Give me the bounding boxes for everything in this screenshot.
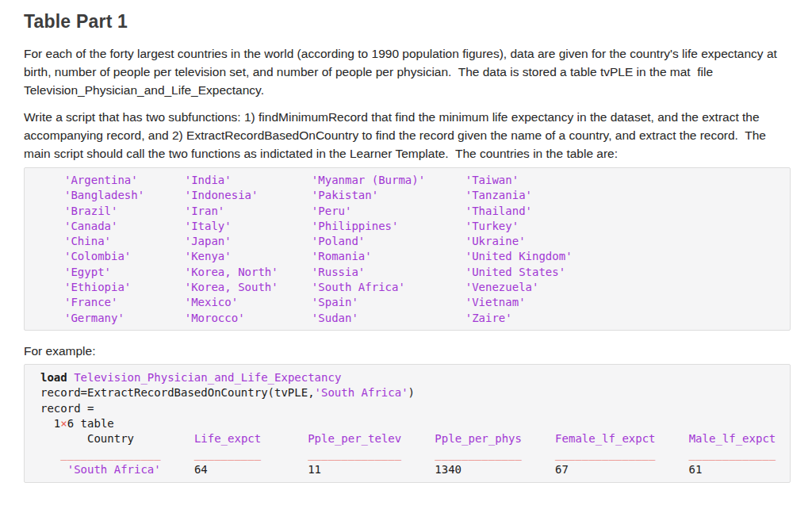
code-line: Country Life_expct Pple_per_telev Pple_p…: [40, 431, 790, 446]
code-line: load Television_Physician_and_Life_Expec…: [40, 370, 790, 385]
code-line: record=ExtractRecordBasedOnCountry(tvPLE…: [40, 385, 790, 400]
code-token-plain: 64 11 1340 67 61: [161, 463, 703, 476]
for-example-label: For example:: [24, 342, 791, 360]
code-line: record =: [40, 401, 790, 416]
code-line: 1×6 table: [40, 416, 790, 431]
code-token-kw: load: [40, 371, 74, 384]
code-token-plain: [134, 432, 194, 445]
example-code-block: load Television_Physician_and_Life_Expec…: [24, 364, 791, 483]
code-token-plain: Country: [40, 432, 134, 445]
code-token-plain: 6 table: [67, 417, 114, 430]
code-token-str: Life_expct: [194, 432, 261, 445]
code-line: 'South Africa' 64 11 1340 67 61: [40, 462, 790, 477]
code-token-plain: record =: [40, 402, 94, 415]
code-token-plain: record=ExtractRecordBasedOnCountry(tvPLE…: [40, 386, 315, 399]
intro-paragraph: For each of the forty largest countries …: [24, 44, 791, 99]
code-token-plain: [656, 432, 689, 445]
code-token-red: ×: [60, 417, 67, 430]
code-line: _______________ __________ _____________…: [40, 446, 790, 461]
assignment-page: Table Part 1 For each of the forty large…: [0, 0, 812, 483]
code-token-plain: [522, 432, 555, 445]
code-token-plain: ): [408, 386, 415, 399]
code-token-str: Pple_per_phys: [435, 432, 522, 445]
code-token-plain: [401, 432, 435, 445]
code-token-str: Female_lf_expct: [555, 432, 655, 445]
code-token-str: 'South Africa': [67, 463, 161, 476]
instructions-paragraph: Write a script that has two subfunctions…: [24, 108, 791, 163]
page-title: Table Part 1: [24, 10, 791, 33]
code-token-plain: 1: [40, 417, 60, 430]
countries-code-block: 'Argentina' 'India' 'Myanmar (Burma)' 'T…: [24, 167, 791, 331]
code-token-str: 'South Africa': [315, 386, 408, 399]
code-token-plain: [40, 463, 67, 476]
code-token-str: Pple_per_telev: [308, 432, 401, 445]
code-token-str: Television_Physician_and_Life_Expectancy: [74, 371, 341, 384]
code-token-str: Male_lf_expct: [689, 432, 776, 445]
code-token-plain: [261, 432, 308, 445]
code-token-red: _______________ __________ _____________…: [40, 447, 776, 460]
